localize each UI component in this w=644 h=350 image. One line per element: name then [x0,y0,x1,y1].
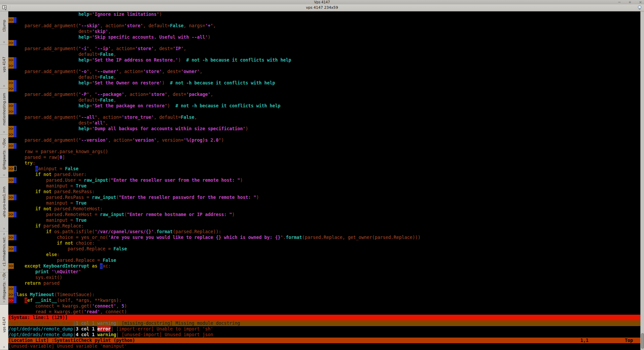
session-tab-7[interactable]: vps 4147× [0,305,8,350]
code-line: if not parsed.ResPass: [8,189,641,195]
code-line: if not parsed.User: [8,172,641,177]
code-line: >> [8,132,641,137]
sign-column [8,160,14,166]
warning-sign: >> [8,109,14,114]
code-line: parsed.Replace = False [8,257,641,263]
warning-sign: >> [8,132,14,137]
code-line: parser.add_argument('-o', '--owner', act… [8,69,641,74]
close-button[interactable]: × [639,0,642,4]
code-line: >> help='Dump all backups for accounts w… [8,126,641,132]
session-tab-6[interactable]: @Hogwarts: ~/Doc× [0,273,8,305]
sign-column [8,92,14,97]
code-line: >> [8,286,641,292]
maximize-button[interactable]: + [629,0,632,4]
sign-column [8,137,14,143]
message-line: [unused-variable] Unused variable 'manin… [8,343,641,349]
editor-buffer[interactable]: help='Ignore size limitations')>> parser… [8,11,641,350]
scroll-position-indicator: Top [625,338,633,343]
sign-column [8,309,14,315]
code-line: >> help='Set the package on restore') # … [8,103,641,109]
loclist-entry-2[interactable]: /opt/dedrads/remote_dump|4 col 1 warning… [8,332,641,338]
warning-sign: >> [8,212,14,217]
sign-column [8,154,14,160]
code-line: default=False, [8,97,641,103]
code-line: parsed = raw[0] [8,154,641,160]
tab-close-icon[interactable]: × [3,226,5,231]
sign-column [8,252,14,257]
warning-sign: >> [8,235,14,240]
code-line: parser.add_argument('-P', '--package', a… [8,92,641,97]
code-line: >> parsed.RemoteHost = raw_input("Enter … [8,212,641,217]
warning-sign: >> [8,286,14,292]
tab-close-icon[interactable]: × [3,300,5,304]
session-tab-label: vps 4147 [2,45,6,84]
code-line: >> [8,17,641,23]
warning-sign: >> [8,263,14,269]
sign-column [8,223,14,229]
code-line: >> [8,86,641,92]
sign-column [8,34,14,40]
sign-column [8,217,14,223]
hint-bulb-icon[interactable] [637,5,642,10]
session-tab-1[interactable]: vps 4147× [0,45,8,89]
sign-column [8,200,14,206]
code-line: >> help='Set the Owner on restore') # no… [8,80,641,86]
code-line: >> help='Set the IP address on Restore.'… [8,57,641,63]
sign-column [8,280,14,286]
vim-cursor [14,166,16,171]
tab-close-icon[interactable]: × [3,84,5,89]
sign-column [8,97,14,103]
tab-close-icon[interactable]: × [3,130,5,135]
code-line: try: [8,160,641,166]
sign-column [8,189,14,195]
code-line: >> parsed.ResPass = raw_input("Enter the… [8,195,641,200]
code-line: maninput = True [8,200,641,206]
syntastic-status-bar: [Syntax: line:1 (129)] [8,315,641,320]
sign-column [8,257,14,263]
session-tab-strip: t3jump×vps 4147×motionhosting.com×@Hogwa… [0,11,8,350]
window-title: Vps 4147 [314,0,330,4]
warning-sign: >> [8,177,14,183]
warning-sign: >> [8,246,14,252]
session-tab-2[interactable]: motionhosting.com× [0,89,8,135]
sign-column [8,114,14,120]
loclist-entry-0[interactable]: /opt/dedrads/remote_dump|1 col 1 warning… [8,320,641,326]
window-titlebar: Vps 4147 − + × [0,0,644,4]
scrollbar-thumb[interactable] [641,333,644,349]
sign-column [8,69,14,74]
code-line: >> parsed.Replace = False [8,246,641,252]
tab-close-icon[interactable]: × [3,173,5,178]
session-tab-4[interactable]: -ahs-pro-kwx1.imh× [0,178,8,232]
vertical-scrollbar[interactable] [640,11,644,350]
code-line: >> [8,63,641,69]
session-tab-0[interactable]: t3jump× [0,11,8,45]
code-line: dest='all', [8,120,641,126]
session-tab-5[interactable]: c1.imhadmin.net: ~× [0,232,8,273]
code-line: help='Skip specific accounts. Useful wit… [8,34,641,40]
sign-column [8,29,14,34]
tab-close-icon[interactable]: × [3,268,5,272]
code-line: default=False, [8,74,641,80]
code-line: sys.exit() [8,275,641,280]
session-tab-3[interactable]: @Hogwarts: ~/Doc× [0,135,8,178]
toolbar: vps 4147 234x59 [0,4,644,11]
minimize-button[interactable]: − [618,0,621,4]
sign-column [8,303,14,309]
sign-column [8,172,14,177]
tab-close-icon[interactable]: × [3,345,5,350]
sign-column [8,275,14,280]
code-line: >> except KeyboardInterrupt as exc: [8,263,641,269]
loclist-entry-1[interactable]: /opt/dedrads/remote_dump|3 col 1 error| … [8,326,641,332]
sign-column [8,149,14,154]
code-line: parser.add_argument('--all', action='sto… [8,114,641,120]
code-line: read = kwargs.get('read', connect) [8,309,641,315]
code-line: help='Ignore size limitations') [8,11,641,17]
warning-sign: >> [8,80,14,86]
tab-close-icon[interactable]: × [3,40,5,45]
sign-column [8,120,14,126]
vim-statusline: [Location List] :SyntasticCheck pylint (… [8,338,641,343]
session-size-label: vps 4147 234x59 [0,5,644,10]
warning-sign: >> [8,166,14,172]
cursor-position-ruler: 1,1 [580,338,588,343]
code-line: >> [8,40,641,46]
